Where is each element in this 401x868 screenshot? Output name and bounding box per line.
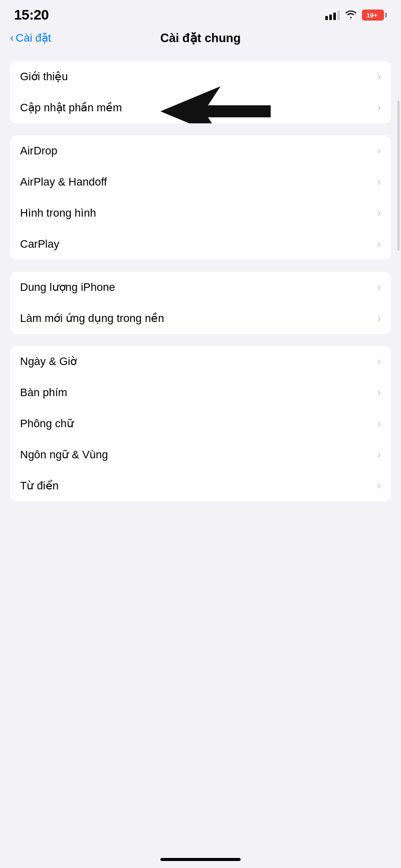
status-bar: 15:20 19+ [0, 0, 401, 27]
chevron-right-icon: › [377, 281, 381, 294]
settings-item-phong-chu[interactable]: Phông chữ › [10, 408, 391, 439]
chevron-right-icon: › [377, 479, 381, 492]
signal-icon [325, 10, 340, 20]
settings-item-ngay-gio[interactable]: Ngày & Giờ › [10, 346, 391, 377]
chevron-right-icon: › [377, 101, 381, 114]
settings-item-tu-dien[interactable]: Từ điển › [10, 470, 391, 501]
home-indicator [160, 858, 241, 861]
settings-item-airdrop[interactable]: AirDrop › [10, 135, 391, 166]
settings-group-3: Dung lượng iPhone › Làm mới ứng dụng tro… [10, 272, 391, 334]
chevron-right-icon: › [377, 355, 381, 368]
status-time: 15:20 [14, 7, 49, 23]
settings-item-airplay-handoff[interactable]: AirPlay & Handoff › [10, 166, 391, 198]
chevron-right-icon: › [377, 386, 381, 399]
battery-icon: 19+ [362, 10, 387, 21]
chevron-right-icon: › [377, 312, 381, 325]
settings-group-4: Ngày & Giờ › Bàn phím › Phông chữ › Ngôn… [10, 346, 391, 501]
chevron-right-icon: › [377, 70, 381, 83]
settings-group-2: AirDrop › AirPlay & Handoff › Hình trong… [10, 135, 391, 260]
chevron-right-icon: › [377, 238, 381, 251]
page-title: Cài đặt chung [160, 31, 241, 45]
settings-content: Giới thiệu › Cập nhật phần mềm › AirDrop… [0, 51, 401, 534]
chevron-right-icon: › [377, 144, 381, 157]
scrollbar[interactable] [397, 100, 399, 251]
settings-item-ngon-ngu-vung[interactable]: Ngôn ngữ & Vùng › [10, 439, 391, 470]
settings-item-lam-moi-ung-dung[interactable]: Làm mới ứng dụng trong nền › [10, 303, 391, 334]
settings-item-cap-nhat-phan-mem[interactable]: Cập nhật phần mềm › [10, 92, 391, 123]
nav-bar: ‹ Cài đặt Cài đặt chung [0, 27, 401, 51]
settings-item-ban-phim[interactable]: Bàn phím › [10, 377, 391, 408]
chevron-right-icon: › [377, 176, 381, 189]
settings-item-gioi-thieu[interactable]: Giới thiệu › [10, 61, 391, 92]
chevron-right-icon: › [377, 417, 381, 430]
settings-item-hinh-trong-hinh[interactable]: Hình trong hình › [10, 198, 391, 229]
back-chevron-icon: ‹ [10, 33, 14, 44]
back-button[interactable]: ‹ Cài đặt [10, 32, 51, 45]
status-icons: 19+ [325, 10, 387, 21]
chevron-right-icon: › [377, 448, 381, 461]
settings-group-1: Giới thiệu › Cập nhật phần mềm › [10, 61, 391, 123]
chevron-right-icon: › [377, 207, 381, 220]
wifi-icon [345, 10, 357, 21]
settings-item-dung-luong[interactable]: Dung lượng iPhone › [10, 272, 391, 303]
settings-item-carplay[interactable]: CarPlay › [10, 229, 391, 260]
back-label: Cài đặt [16, 32, 51, 45]
battery-level: 19+ [366, 12, 377, 19]
